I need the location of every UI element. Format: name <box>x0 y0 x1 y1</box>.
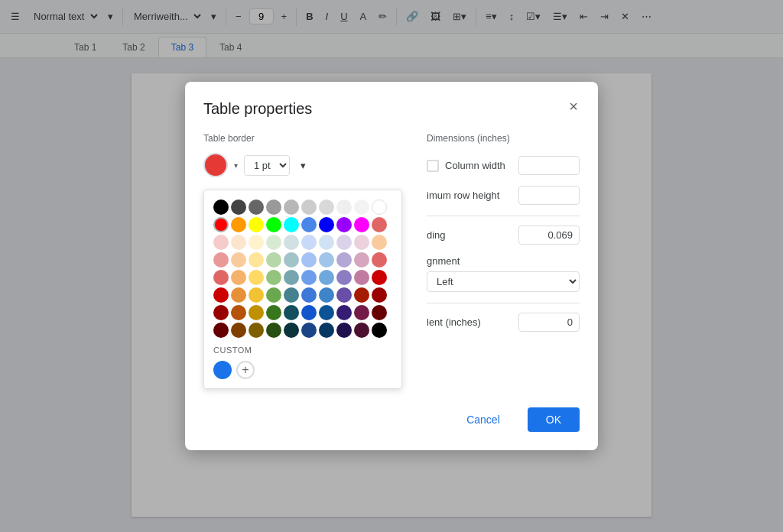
cd2-10[interactable] <box>372 305 387 320</box>
cmed-10[interactable] <box>372 270 387 285</box>
color-light1[interactable] <box>336 200 352 215</box>
border-pt-dropdown[interactable]: ▾ <box>296 157 310 174</box>
cmed-7[interactable] <box>319 270 334 285</box>
cd1-5[interactable] <box>284 287 299 303</box>
cm-5[interactable] <box>284 252 299 268</box>
cd3-7[interactable] <box>319 323 334 338</box>
dialog-close-btn[interactable]: × <box>561 94 586 118</box>
cd3-9[interactable] <box>354 323 369 338</box>
color-dark2[interactable] <box>249 200 264 215</box>
c-purple[interactable] <box>336 217 352 232</box>
cd3-4[interactable] <box>266 323 281 338</box>
cl-4[interactable] <box>266 235 281 250</box>
cd1-9[interactable] <box>354 287 369 303</box>
cd2-4[interactable] <box>266 305 281 320</box>
min-row-height-input[interactable] <box>518 186 580 205</box>
color-grey2[interactable] <box>284 200 299 215</box>
cl-1[interactable] <box>213 235 229 250</box>
dialog-body: Table border ▾ 1 pt ▾ <box>203 133 580 389</box>
column-width-checkbox[interactable] <box>427 160 439 172</box>
cmed-8[interactable] <box>336 270 352 285</box>
cd3-3[interactable] <box>249 323 264 338</box>
cmed-4[interactable] <box>266 270 281 285</box>
cmed-2[interactable] <box>231 270 246 285</box>
cd3-6[interactable] <box>301 323 317 338</box>
cd2-5[interactable] <box>284 305 299 320</box>
c-cornblue[interactable] <box>301 217 317 232</box>
cl-3[interactable] <box>249 235 264 250</box>
cm-9[interactable] <box>354 252 369 268</box>
cl-2[interactable] <box>231 235 246 250</box>
cmed-6[interactable] <box>301 270 317 285</box>
ok-button[interactable]: OK <box>528 407 580 432</box>
cd1-7[interactable] <box>319 287 334 303</box>
cm-1[interactable] <box>213 252 229 268</box>
cd1-6[interactable] <box>301 287 317 303</box>
custom-label: CUSTOM <box>213 345 392 355</box>
cl-7[interactable] <box>319 235 334 250</box>
cd2-8[interactable] <box>336 305 352 320</box>
color-light2[interactable] <box>354 200 369 215</box>
cd1-4[interactable] <box>266 287 281 303</box>
custom-color-blue[interactable] <box>213 361 232 379</box>
cancel-button[interactable]: Cancel <box>448 407 518 432</box>
cm-4[interactable] <box>266 252 281 268</box>
cd1-3[interactable] <box>249 287 264 303</box>
color-white[interactable] <box>372 200 387 215</box>
cm-6[interactable] <box>301 252 317 268</box>
alignment-select[interactable]: Left Center Right <box>427 271 580 292</box>
c-blue[interactable] <box>319 217 334 232</box>
cd2-9[interactable] <box>354 305 369 320</box>
cd3-10[interactable] <box>372 323 387 338</box>
c-orange[interactable] <box>231 217 246 232</box>
cd1-10[interactable] <box>372 287 387 303</box>
cmed-1[interactable] <box>213 270 229 285</box>
cmed-3[interactable] <box>249 270 264 285</box>
add-color-btn[interactable]: + <box>236 361 255 379</box>
cd1-2[interactable] <box>231 287 246 303</box>
color-row-dark3 <box>213 323 392 338</box>
cm-10[interactable] <box>372 252 387 268</box>
color-grey4[interactable] <box>319 200 334 215</box>
cl-10[interactable] <box>372 235 387 250</box>
color-dark1[interactable] <box>231 200 246 215</box>
padding-input[interactable] <box>518 225 580 245</box>
cmed-5[interactable] <box>284 270 299 285</box>
cd3-1[interactable] <box>213 323 229 338</box>
indent-input[interactable] <box>518 313 580 332</box>
border-color-swatch[interactable] <box>203 153 228 177</box>
color-black[interactable] <box>213 200 229 215</box>
cl-6[interactable] <box>301 235 317 250</box>
cmed-9[interactable] <box>354 270 369 285</box>
cm-7[interactable] <box>319 252 334 268</box>
cl-5[interactable] <box>284 235 299 250</box>
cm-3[interactable] <box>249 252 264 268</box>
cd3-8[interactable] <box>336 323 352 338</box>
cd1-1[interactable] <box>213 287 229 303</box>
c-magenta[interactable] <box>354 217 369 232</box>
cd2-6[interactable] <box>301 305 317 320</box>
cm-2[interactable] <box>231 252 246 268</box>
c-green[interactable] <box>266 217 281 232</box>
cm-8[interactable] <box>336 252 352 268</box>
cd2-2[interactable] <box>231 305 246 320</box>
cl-9[interactable] <box>354 235 369 250</box>
cd1-8[interactable] <box>336 287 352 303</box>
column-width-input[interactable] <box>518 156 580 175</box>
c-yellow[interactable] <box>249 217 264 232</box>
border-color-dropdown[interactable]: ▾ <box>234 161 238 170</box>
cd2-7[interactable] <box>319 305 334 320</box>
cd2-3[interactable] <box>249 305 264 320</box>
c-lightred[interactable] <box>372 217 387 232</box>
color-palette: CUSTOM + <box>203 190 402 389</box>
cl-8[interactable] <box>336 235 352 250</box>
color-grey3[interactable] <box>301 200 317 215</box>
c-red[interactable] <box>213 217 229 232</box>
color-grey1[interactable] <box>266 200 281 215</box>
border-pt-select[interactable]: 1 pt <box>244 155 290 176</box>
c-cyan[interactable] <box>284 217 299 232</box>
cd3-2[interactable] <box>231 323 246 338</box>
right-panel: Dimensions (inches) Column width imum ro… <box>427 133 580 389</box>
cd3-5[interactable] <box>284 323 299 338</box>
cd2-1[interactable] <box>213 305 229 320</box>
